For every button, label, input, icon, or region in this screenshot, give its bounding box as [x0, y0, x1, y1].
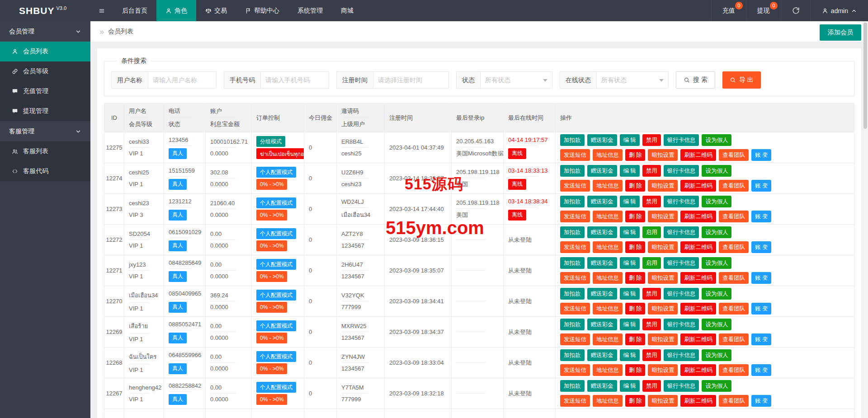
- action-send-sms[interactable]: 发送短信: [560, 395, 590, 407]
- action-set-fake[interactable]: 设为假人: [702, 319, 731, 330]
- order-mode-badge[interactable]: 0% - >0%: [256, 179, 287, 190]
- sidebar-item-member-level[interactable]: 会员等级: [0, 61, 90, 81]
- action-edit[interactable]: 编 辑: [620, 165, 640, 177]
- action-gift-bonus[interactable]: 赠送彩金: [587, 319, 617, 330]
- action-address-info[interactable]: 地址信息: [593, 333, 623, 345]
- action-toggle-enable[interactable]: 启用: [642, 226, 661, 238]
- action-account-change[interactable]: 账 变: [751, 272, 771, 284]
- action-edit[interactable]: 编 辑: [620, 319, 640, 330]
- action-delete[interactable]: 删 除: [625, 180, 645, 192]
- order-mode-badge[interactable]: 个人配置模式: [256, 382, 296, 393]
- action-refresh-qrcode[interactable]: 刷新二维码: [680, 211, 716, 222]
- refresh-button[interactable]: [781, 0, 811, 21]
- action-bank-card-info[interactable]: 银行卡信息: [664, 380, 699, 392]
- action-send-sms[interactable]: 发送短信: [560, 272, 590, 284]
- action-edit[interactable]: 编 辑: [620, 134, 640, 146]
- action-delete[interactable]: 删 除: [625, 211, 645, 222]
- action-send-sms[interactable]: 发送短信: [560, 180, 590, 192]
- nav-item-system[interactable]: 系统管理: [288, 0, 332, 21]
- action-refresh-qrcode[interactable]: 刷新二维码: [680, 364, 716, 376]
- action-delete[interactable]: 删 除: [625, 364, 645, 376]
- action-toggle-enable[interactable]: 禁用: [642, 349, 661, 361]
- order-mode-badge[interactable]: 0% - >0%: [256, 240, 287, 251]
- action-refresh-qrcode[interactable]: 刷新二维码: [680, 149, 716, 161]
- action-gift-bonus[interactable]: 赠送彩金: [587, 288, 617, 300]
- action-delete[interactable]: 删 除: [625, 303, 645, 315]
- add-member-button[interactable]: 添加会员: [820, 24, 861, 41]
- action-delete[interactable]: 删 除: [625, 272, 645, 284]
- action-hidden-deduct[interactable]: 暗扣设置: [648, 211, 678, 222]
- action-delete[interactable]: 删 除: [625, 149, 645, 161]
- sidebar-item-recharge-manage[interactable]: 充值管理: [0, 81, 90, 101]
- action-address-info[interactable]: 地址信息: [593, 241, 623, 253]
- nav-item-trade[interactable]: 交易: [196, 0, 236, 21]
- action-toggle-enable[interactable]: 禁用: [642, 165, 661, 177]
- action-account-change[interactable]: 账 变: [751, 303, 771, 315]
- action-refresh-qrcode[interactable]: 刷新二维码: [680, 333, 716, 345]
- action-set-fake[interactable]: 设为假人: [702, 165, 731, 177]
- action-address-info[interactable]: 地址信息: [593, 272, 623, 284]
- order-mode-badge[interactable]: 分组模式: [256, 136, 285, 147]
- action-account-change[interactable]: 账 变: [751, 395, 771, 407]
- action-toggle-enable[interactable]: 禁用: [642, 319, 661, 330]
- action-address-info[interactable]: 地址信息: [593, 395, 623, 407]
- action-view-team[interactable]: 查看团队: [719, 241, 749, 253]
- order-mode-badge[interactable]: 个人配置模式: [256, 351, 296, 362]
- scrollbar-thumb[interactable]: [863, 23, 867, 129]
- action-send-sms[interactable]: 发送短信: [560, 333, 590, 345]
- action-gift-bonus[interactable]: 赠送彩金: [587, 226, 617, 238]
- action-add-deduct[interactable]: 加扣款: [560, 380, 585, 392]
- action-view-team[interactable]: 查看团队: [719, 149, 749, 161]
- phone-input[interactable]: [260, 71, 329, 89]
- action-refresh-qrcode[interactable]: 刷新二维码: [680, 241, 716, 253]
- action-send-sms[interactable]: 发送短信: [560, 303, 590, 315]
- action-account-change[interactable]: 账 变: [751, 180, 771, 192]
- action-set-fake[interactable]: 设为假人: [702, 380, 731, 392]
- action-bank-card-info[interactable]: 银行卡信息: [664, 196, 699, 207]
- action-toggle-enable[interactable]: 禁用: [642, 380, 661, 392]
- action-send-sms[interactable]: 发送短信: [560, 364, 590, 376]
- order-mode-badge[interactable]: 个人配置模式: [256, 228, 296, 239]
- order-mode-badge[interactable]: 0% - >0%: [256, 271, 287, 282]
- action-edit[interactable]: 编 辑: [620, 349, 640, 361]
- action-toggle-enable[interactable]: 启用: [642, 257, 661, 269]
- action-refresh-qrcode[interactable]: 刷新二维码: [680, 272, 716, 284]
- action-gift-bonus[interactable]: 赠送彩金: [587, 165, 617, 177]
- action-hidden-deduct[interactable]: 暗扣设置: [648, 364, 678, 376]
- action-view-team[interactable]: 查看团队: [719, 180, 749, 192]
- action-hidden-deduct[interactable]: 暗扣设置: [648, 303, 678, 315]
- action-view-team[interactable]: 查看团队: [719, 395, 749, 407]
- action-hidden-deduct[interactable]: 暗扣设置: [648, 149, 678, 161]
- action-gift-bonus[interactable]: 赠送彩金: [587, 349, 617, 361]
- action-bank-card-info[interactable]: 银行卡信息: [664, 165, 699, 177]
- action-add-deduct[interactable]: 加扣款: [560, 196, 585, 207]
- sidebar-item-service-code[interactable]: 客服代码: [0, 161, 90, 181]
- action-account-change[interactable]: 账 变: [751, 149, 771, 161]
- action-hidden-deduct[interactable]: 暗扣设置: [648, 180, 678, 192]
- action-add-deduct[interactable]: 加扣款: [560, 165, 585, 177]
- action-delete[interactable]: 删 除: [625, 395, 645, 407]
- sidebar-item-withdraw-manage[interactable]: 提现管理: [0, 101, 90, 121]
- reg-time-input[interactable]: [373, 71, 449, 89]
- menu-toggle-icon[interactable]: [90, 0, 113, 21]
- action-set-fake[interactable]: 设为假人: [702, 134, 731, 146]
- online-status-select[interactable]: 所有状态: [596, 71, 669, 89]
- action-hidden-deduct[interactable]: 暗扣设置: [648, 272, 678, 284]
- action-add-deduct[interactable]: 加扣款: [560, 319, 585, 330]
- order-mode-badge[interactable]: 0% - >0%: [256, 333, 287, 343]
- action-address-info[interactable]: 地址信息: [593, 180, 623, 192]
- action-edit[interactable]: 编 辑: [620, 226, 640, 238]
- action-bank-card-info[interactable]: 银行卡信息: [664, 349, 699, 361]
- nav-shortcut-withdraw[interactable]: 提现0: [746, 0, 781, 21]
- action-edit[interactable]: 编 辑: [620, 257, 640, 269]
- action-toggle-enable[interactable]: 禁用: [642, 134, 661, 146]
- action-hidden-deduct[interactable]: 暗扣设置: [648, 395, 678, 407]
- nav-item-help[interactable]: 帮助中心: [236, 0, 288, 21]
- action-bank-card-info[interactable]: 银行卡信息: [664, 288, 699, 300]
- action-delete[interactable]: 删 除: [625, 333, 645, 345]
- action-address-info[interactable]: 地址信息: [593, 149, 623, 161]
- action-add-deduct[interactable]: 加扣款: [560, 349, 585, 361]
- nav-item-home[interactable]: 后台首页: [113, 0, 156, 21]
- order-mode-badge[interactable]: 0% - >0%: [256, 210, 287, 221]
- action-add-deduct[interactable]: 加扣款: [560, 134, 585, 146]
